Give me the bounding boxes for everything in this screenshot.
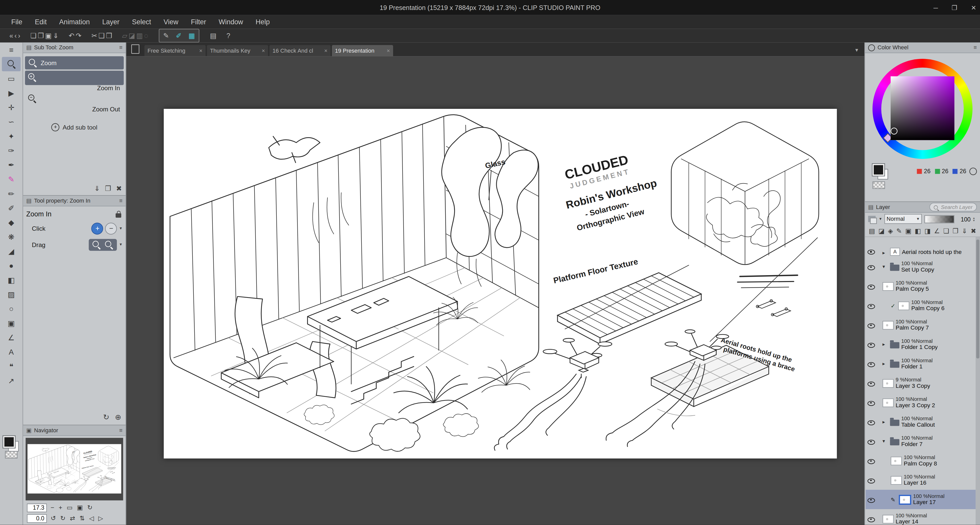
navigator-preview-area[interactable] xyxy=(25,438,123,501)
delete-layer-icon[interactable]: ✖ xyxy=(970,227,976,235)
sub-tool-panel-header[interactable]: ▤ Sub Tool: Zoom ≡ xyxy=(23,42,126,53)
step-back-icon[interactable]: ◁ xyxy=(89,515,94,522)
layer-visibility-icon[interactable] xyxy=(867,417,876,426)
layer-visibility-icon[interactable] xyxy=(867,476,876,484)
expand-chevron-icon[interactable]: ▾ xyxy=(883,439,888,444)
primary-color-swatch[interactable] xyxy=(3,436,15,448)
menu-animation[interactable]: Animation xyxy=(53,15,96,29)
snap-to-ruler-icon[interactable]: ✎ xyxy=(162,29,170,42)
layer-visibility-icon[interactable] xyxy=(867,321,876,329)
layer-row-palm-copy-6[interactable]: ✓100 %NormalPalm Copy 6 xyxy=(865,296,976,315)
close-button[interactable]: ✕ xyxy=(971,4,977,11)
tab-19-presentation[interactable]: 19 Presentation× xyxy=(332,45,393,56)
new-raster-layer-icon[interactable]: ❏ xyxy=(943,227,949,235)
panel-menu-icon[interactable]: ≡ xyxy=(119,427,123,433)
layer-row-folder-7[interactable]: ▾100 %NormalFolder 7 xyxy=(865,431,976,451)
tool-eyedropper[interactable]: ✑ xyxy=(0,143,22,158)
tool-eraser[interactable]: ◢ xyxy=(0,244,22,258)
tool-fill[interactable]: ◧ xyxy=(0,273,22,287)
tab-16-check-and-cl[interactable]: 16 Check And cl× xyxy=(269,45,331,56)
flip-vertical-icon[interactable]: ⇅ xyxy=(80,515,85,522)
nav-forward-icon[interactable]: › xyxy=(18,29,21,42)
nav-fit-to-screen-icon[interactable]: ▭ xyxy=(67,504,73,511)
step-forward-icon[interactable]: ▷ xyxy=(98,515,103,522)
layer-visibility-icon[interactable] xyxy=(867,514,876,523)
copy-icon[interactable]: ❑ xyxy=(98,29,105,42)
tool-frame-border[interactable]: ▣ xyxy=(0,316,22,330)
expand-chevron-icon[interactable]: ▸ xyxy=(883,341,888,347)
reset-tool-settings-icon[interactable]: ↻ xyxy=(103,413,110,421)
redo-icon[interactable]: ↷ xyxy=(75,29,82,42)
tool-correction-line[interactable]: ↗ xyxy=(0,373,22,388)
menu-filter[interactable]: Filter xyxy=(185,15,212,29)
snap-off-icon[interactable]: ◌ xyxy=(143,29,149,42)
subtool-zoom-in[interactable]: +Zoom In xyxy=(25,71,124,92)
layer-row-set-up-copy[interactable]: ▾100 %NormalSet Up Copy xyxy=(865,257,976,276)
layer-row-layer-16[interactable]: 100 %NormalLayer 16 xyxy=(865,470,976,490)
expand-chevron-icon[interactable]: ▸ xyxy=(883,250,888,256)
panel-menu-icon[interactable]: ≡ xyxy=(119,198,123,204)
snap-to-grid-icon[interactable]: ▦ xyxy=(188,29,196,42)
saturation-value-square[interactable] xyxy=(891,77,955,140)
save-icon[interactable]: ▣ xyxy=(45,29,52,42)
export-icon[interactable]: ⇓ xyxy=(52,29,59,42)
paste-icon[interactable]: ❒ xyxy=(105,29,113,42)
deselect-icon[interactable]: ▱ xyxy=(121,29,128,42)
close-tab-icon[interactable]: × xyxy=(199,48,202,54)
expand-chevron-icon[interactable]: ▾ xyxy=(883,264,888,270)
layer-visibility-icon[interactable] xyxy=(867,282,876,290)
click-zoom-out-button[interactable] xyxy=(105,222,118,234)
menu-view[interactable]: View xyxy=(157,15,185,29)
hue-ring[interactable] xyxy=(873,59,973,159)
layer-row-aerial-roots-hold-up-the[interactable]: ▸Aerial roots hold up the xyxy=(865,243,976,257)
new-layer-folder-icon[interactable]: ❐ xyxy=(953,227,958,235)
opacity-spinner[interactable] xyxy=(973,216,977,222)
opacity-value[interactable]: 100 xyxy=(957,215,970,222)
expand-chevron-icon[interactable]: ▸ xyxy=(883,419,888,424)
tool-operation[interactable]: ▶ xyxy=(0,86,22,100)
cut-icon[interactable]: ✂ xyxy=(91,29,98,42)
layer-row-folder-1[interactable]: ▸100 %NormalFolder 1 xyxy=(865,354,976,373)
tool-lasso[interactable]: ∽ xyxy=(0,115,22,129)
reference-layer-icon[interactable]: ◈ xyxy=(888,227,893,235)
tool-brush[interactable]: ✐ xyxy=(0,201,22,215)
tool-airbrush[interactable]: ◆ xyxy=(0,215,22,230)
transparent-color-swatch[interactable] xyxy=(873,181,885,189)
tool-gradient[interactable]: ▨ xyxy=(0,287,22,302)
register-settings-icon[interactable]: ⊕ xyxy=(115,413,121,421)
float-window-icon[interactable] xyxy=(131,45,139,54)
add-sub-tool-button[interactable]: + Add sub tool xyxy=(23,123,126,131)
undo-icon[interactable]: ↶ xyxy=(68,29,75,42)
layer-visibility-icon[interactable] xyxy=(867,456,876,465)
layer-row-palm-copy-8[interactable]: 100 %NormalPalm Copy 8 xyxy=(865,451,976,470)
lock-transparent-pixels-icon[interactable]: ◧ xyxy=(915,227,921,235)
menu-window[interactable]: Window xyxy=(212,15,250,29)
navigator-thumbnail[interactable] xyxy=(27,444,121,493)
blend-mode-select[interactable]: Normal xyxy=(884,214,921,224)
tab-thumbnails-key[interactable]: Thumbnails Key× xyxy=(207,45,268,56)
rotate-left-icon[interactable]: ↺ xyxy=(51,515,56,522)
nav-reset-view-icon[interactable]: ↻ xyxy=(87,504,93,511)
new-canvas-icon[interactable]: ❏ xyxy=(30,29,37,42)
sub-tool-group-zoom[interactable]: Zoom xyxy=(25,56,124,69)
tool-balloon[interactable]: ❝ xyxy=(0,359,22,373)
navigator-header[interactable]: ▣ Navigator ≡ xyxy=(23,425,126,436)
close-tab-icon[interactable]: × xyxy=(262,48,265,54)
layer-visibility-icon[interactable] xyxy=(867,495,876,504)
layer-row-palm-copy-7[interactable]: 100 %NormalPalm Copy 7 xyxy=(865,315,976,335)
layer-visibility-icon[interactable] xyxy=(867,378,876,387)
panel-menu-icon[interactable]: ≡ xyxy=(974,45,977,51)
tool-ruler[interactable]: ∠ xyxy=(0,330,22,345)
menu-layer[interactable]: Layer xyxy=(96,15,126,29)
layer-visibility-icon[interactable] xyxy=(867,247,876,256)
panel-menu-icon[interactable]: ≡ xyxy=(119,45,123,51)
tool-property-header[interactable]: ▤ Tool property: Zoom In ≡ xyxy=(23,196,126,206)
tool-zoom[interactable] xyxy=(2,57,21,71)
layer-row-layer-3-copy-2[interactable]: 100 %NormalLayer 3 Copy 2 xyxy=(865,393,976,412)
tool-text[interactable]: A xyxy=(0,345,22,359)
delete-sub-tool-icon[interactable]: ✖ xyxy=(116,184,122,193)
lock-icon[interactable] xyxy=(116,213,121,218)
click-zoom-in-button[interactable] xyxy=(92,222,103,234)
show-ruler-icon[interactable]: ∠ xyxy=(934,227,940,235)
panel-display-icon[interactable]: ▤ xyxy=(869,227,875,235)
